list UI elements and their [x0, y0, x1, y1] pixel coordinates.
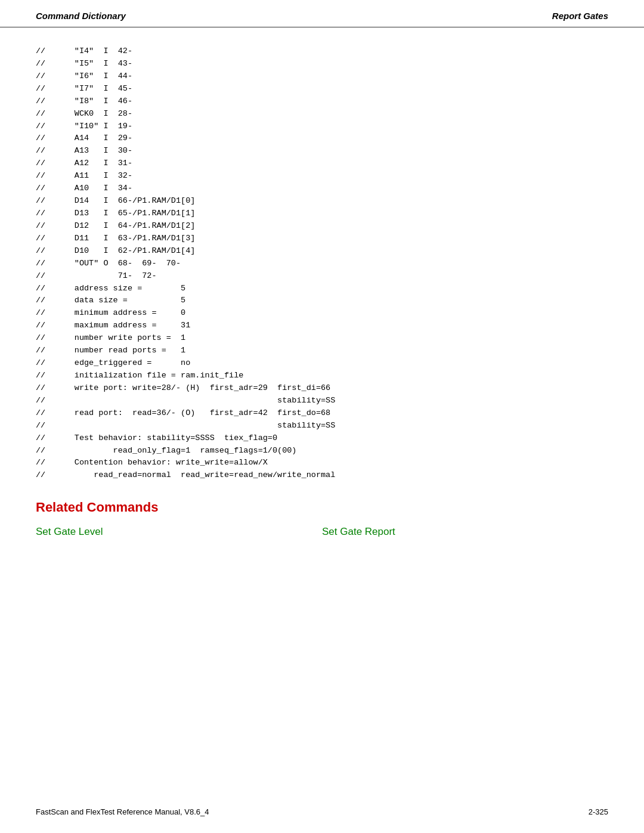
page-footer: FastScan and FlexTest Reference Manual, …: [36, 807, 608, 816]
code-block: // "I4" I 42- // "I5" I 43- // "I6" I 44…: [36, 45, 608, 482]
header-left: Command Dictionary: [36, 11, 126, 21]
related-commands-heading: Related Commands: [36, 500, 608, 515]
header-right: Report Gates: [552, 11, 608, 21]
footer-left: FastScan and FlexTest Reference Manual, …: [36, 807, 209, 816]
main-content: // "I4" I 42- // "I5" I 43- // "I6" I 44…: [0, 27, 644, 574]
set-gate-level-link[interactable]: Set Gate Level: [36, 526, 322, 538]
footer-right: 2-325: [589, 807, 608, 816]
page-header: Command Dictionary Report Gates: [0, 0, 644, 27]
related-links: Set Gate Level Set Gate Report: [36, 526, 608, 538]
set-gate-report-link[interactable]: Set Gate Report: [322, 526, 608, 538]
